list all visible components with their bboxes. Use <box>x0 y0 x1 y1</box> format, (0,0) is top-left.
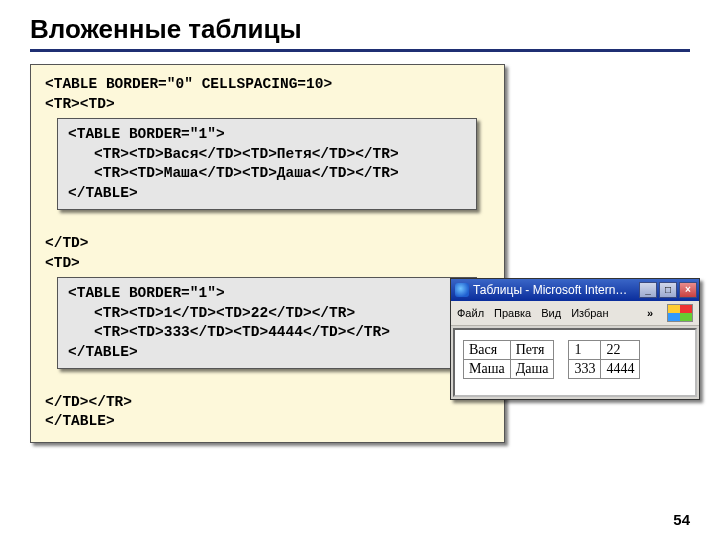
code-block-inner-2: <TABLE BORDER="1"> <TR><TD>1</TD><TD>22<… <box>57 277 477 369</box>
code-block-outer: <TABLE BORDER="0" CELLSPACING=10> <TR><T… <box>30 64 505 443</box>
cell: 4444 <box>601 360 640 379</box>
page-title: Вложенные таблицы <box>30 14 690 45</box>
windows-flag-icon <box>667 304 693 322</box>
code-line: <TR><TD> <box>45 96 115 112</box>
title-rule <box>30 49 690 52</box>
rendered-table-2: 1 22 333 4444 <box>568 340 640 379</box>
code-line: </TD></TR> <box>45 394 132 410</box>
ie-icon <box>455 283 469 297</box>
titlebar: Таблицы - Microsoft Intern… _ □ × <box>451 279 699 301</box>
menu-view[interactable]: Вид <box>541 307 561 319</box>
window-title: Таблицы - Microsoft Intern… <box>473 283 639 297</box>
browser-client-area: Вася Петя Маша Даша 1 22 333 4444 <box>453 328 697 397</box>
code-line: <TABLE BORDER="1"> <box>68 126 225 142</box>
code-line: <TD> <box>45 255 80 271</box>
cell: 1 <box>569 341 601 360</box>
menu-edit[interactable]: Правка <box>494 307 531 319</box>
rendered-table-1: Вася Петя Маша Даша <box>463 340 554 379</box>
code-line: <TR><TD>1</TD><TD>22</TD></TR> <box>68 305 355 321</box>
menu-file[interactable]: Файл <box>457 307 484 319</box>
cell: Петя <box>510 341 554 360</box>
code-line: </TABLE> <box>45 413 115 429</box>
code-line: </TABLE> <box>68 344 138 360</box>
code-line: <TR><TD>333</TD><TD>4444</TD></TR> <box>68 324 390 340</box>
cell: Даша <box>510 360 554 379</box>
menu-more-icon[interactable]: » <box>647 307 653 319</box>
maximize-button[interactable]: □ <box>659 282 677 298</box>
menubar: Файл Правка Вид Избран » <box>451 301 699 326</box>
code-line: <TABLE BORDER="0" CELLSPACING=10> <box>45 76 332 92</box>
page-number: 54 <box>673 511 690 528</box>
cell: Вася <box>464 341 511 360</box>
code-line: <TABLE BORDER="1"> <box>68 285 225 301</box>
code-line: </TABLE> <box>68 185 138 201</box>
code-line: <TR><TD>Вася</TD><TD>Петя</TD></TR> <box>68 146 399 162</box>
minimize-button[interactable]: _ <box>639 282 657 298</box>
cell: 22 <box>601 341 640 360</box>
browser-window: Таблицы - Microsoft Intern… _ □ × Файл П… <box>450 278 700 400</box>
code-line: <TR><TD>Маша</TD><TD>Даша</TD></TR> <box>68 165 399 181</box>
close-button[interactable]: × <box>679 282 697 298</box>
code-line: </TD> <box>45 235 89 251</box>
code-block-inner-1: <TABLE BORDER="1"> <TR><TD>Вася</TD><TD>… <box>57 118 477 210</box>
menu-favorites[interactable]: Избран <box>571 307 608 319</box>
cell: 333 <box>569 360 601 379</box>
cell: Маша <box>464 360 511 379</box>
